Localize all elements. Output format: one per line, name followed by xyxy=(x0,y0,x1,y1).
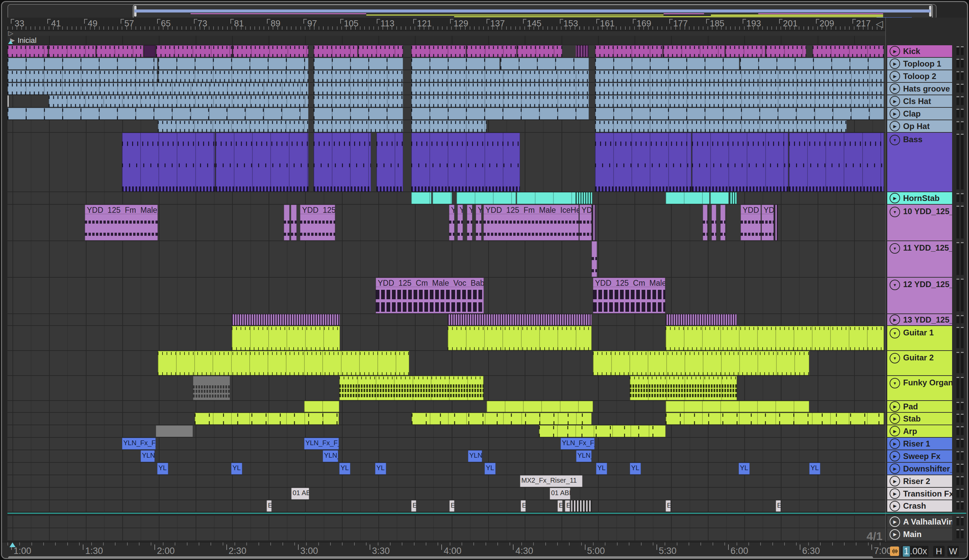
locator-label[interactable]: Inicial xyxy=(18,36,37,45)
clip[interactable]: MX2_Fx_Riser_11 xyxy=(520,475,583,487)
clip[interactable] xyxy=(7,95,9,107)
track-header-main[interactable]: ▶Main xyxy=(887,528,952,540)
clip[interactable] xyxy=(766,45,806,57)
clip[interactable]: YLN_ xyxy=(141,450,155,462)
play-icon[interactable]: ▶ xyxy=(890,96,900,106)
clip[interactable] xyxy=(411,413,592,425)
play-icon[interactable]: ▶ xyxy=(890,426,900,436)
play-icon[interactable]: ▶ xyxy=(890,314,900,325)
play-icon[interactable]: ▶ xyxy=(890,464,900,474)
clip[interactable] xyxy=(663,45,725,57)
track-header-a-valhallavint[interactable]: ▶A ValhallaVint xyxy=(887,516,952,528)
play-icon[interactable]: ▶ xyxy=(890,489,900,499)
play-icon[interactable]: ▶ xyxy=(890,451,900,461)
track-header-13-ydd-125[interactable]: ▶13 YDD_125_ xyxy=(887,314,952,325)
clip[interactable]: YD xyxy=(579,205,592,241)
clip[interactable]: YL xyxy=(630,463,641,475)
clip[interactable] xyxy=(666,314,737,325)
clip[interactable] xyxy=(516,192,576,204)
zoom-height-button[interactable]: H xyxy=(933,546,945,557)
clip[interactable] xyxy=(156,45,232,57)
track-lane-downshifter[interactable]: YLYLYLYLYLYLYLYLYL xyxy=(7,463,885,475)
clip[interactable] xyxy=(411,45,466,57)
clip[interactable] xyxy=(720,205,725,241)
clip[interactable]: E xyxy=(558,500,563,512)
track-lane-op-hat[interactable] xyxy=(7,120,885,132)
track-lane-guitar-2[interactable] xyxy=(7,351,885,375)
clip[interactable]: YLN_ xyxy=(468,450,482,462)
clip[interactable] xyxy=(448,314,592,325)
clip[interactable]: E xyxy=(266,500,271,512)
track-header-toploop-1[interactable]: ▶Toploop 1 xyxy=(887,58,952,70)
track-lane-13-ydd-125[interactable] xyxy=(7,314,885,325)
clip[interactable] xyxy=(433,192,452,204)
clip[interactable] xyxy=(666,192,709,204)
clip[interactable]: YDD_125_Fm_Male_IceHell xyxy=(483,205,579,241)
clip[interactable] xyxy=(411,95,589,107)
play-icon[interactable]: ▶ xyxy=(890,121,900,131)
clip[interactable] xyxy=(711,205,716,241)
vertical-scrollbar[interactable] xyxy=(967,46,968,525)
fold-arrow-icon[interactable]: ▼ xyxy=(890,243,900,254)
clip[interactable] xyxy=(7,45,48,57)
clip[interactable]: E xyxy=(450,500,455,512)
track-lane-funky-organ[interactable] xyxy=(7,376,885,400)
clip[interactable] xyxy=(7,83,308,95)
play-icon[interactable]: ▶ xyxy=(890,439,900,449)
track-header-11-ydd-125[interactable]: ▼11 YDD_125_ xyxy=(887,241,952,277)
clip[interactable] xyxy=(411,133,520,191)
play-icon[interactable]: ▶ xyxy=(890,71,900,81)
clip[interactable] xyxy=(411,83,589,95)
clip[interactable] xyxy=(411,70,589,82)
clip[interactable] xyxy=(7,58,157,70)
clip[interactable] xyxy=(313,45,358,57)
clip[interactable]: YLN_ xyxy=(576,450,592,462)
clip[interactable] xyxy=(595,120,847,132)
clip[interactable]: YDD_ xyxy=(741,205,761,241)
fold-arrow-icon[interactable]: ▼ xyxy=(890,353,900,364)
track-lane-sweep-fx[interactable]: YLN_YLN_YLN_YLN_ xyxy=(7,450,885,462)
clip[interactable]: Y xyxy=(458,205,463,241)
clip[interactable] xyxy=(740,58,884,70)
audition-waveform-icon[interactable] xyxy=(890,547,899,556)
clip[interactable] xyxy=(411,108,589,120)
play-icon[interactable]: ▶ xyxy=(890,517,900,527)
clip[interactable]: YL xyxy=(231,463,242,475)
track-lane-guitar-1[interactable] xyxy=(7,326,885,350)
playhead-triangle-icon[interactable] xyxy=(10,542,15,547)
fold-arrow-icon[interactable]: ▼ xyxy=(890,378,900,389)
clip[interactable] xyxy=(49,45,96,57)
track-header-bass[interactable]: ▼Bass xyxy=(887,133,952,191)
track-lane-transition-fx[interactable]: 01 ABD01 ABD xyxy=(7,488,885,500)
clip[interactable] xyxy=(466,45,516,57)
play-icon[interactable]: ▶ xyxy=(890,46,900,56)
clip[interactable] xyxy=(7,108,308,120)
clip[interactable] xyxy=(595,108,884,120)
clip[interactable]: YLN_ xyxy=(323,450,338,462)
clip[interactable] xyxy=(291,205,296,241)
clip[interactable] xyxy=(812,45,884,57)
track-lane-bass[interactable] xyxy=(7,133,885,191)
track-header-hornstab[interactable]: ▶HornStab xyxy=(887,192,952,204)
clip[interactable] xyxy=(49,95,308,107)
clip[interactable] xyxy=(576,45,589,57)
clip[interactable] xyxy=(313,58,403,70)
clip[interactable]: YL xyxy=(739,463,750,475)
clip[interactable] xyxy=(517,45,562,57)
clip[interactable] xyxy=(576,192,592,204)
track-header-arp[interactable]: ▶Arp xyxy=(887,425,952,437)
clip[interactable]: YDD_125_Fm_Male_Ic xyxy=(85,205,158,241)
horizontal-scrollbar[interactable] xyxy=(8,556,873,559)
clip[interactable]: YL xyxy=(596,463,607,475)
track-lane-kick[interactable] xyxy=(7,45,885,57)
clip[interactable] xyxy=(448,326,592,350)
track-header-10-ydd-125-f[interactable]: ▼10 YDD_125_F xyxy=(887,205,952,241)
clip[interactable] xyxy=(411,192,431,204)
clip[interactable]: YLN_Fx_F_ xyxy=(122,438,156,450)
clip[interactable] xyxy=(774,205,778,241)
clip[interactable] xyxy=(411,58,500,70)
clip[interactable] xyxy=(313,83,403,95)
clip[interactable] xyxy=(592,205,596,241)
clip[interactable] xyxy=(666,401,809,412)
play-icon[interactable]: ▶ xyxy=(890,193,900,203)
